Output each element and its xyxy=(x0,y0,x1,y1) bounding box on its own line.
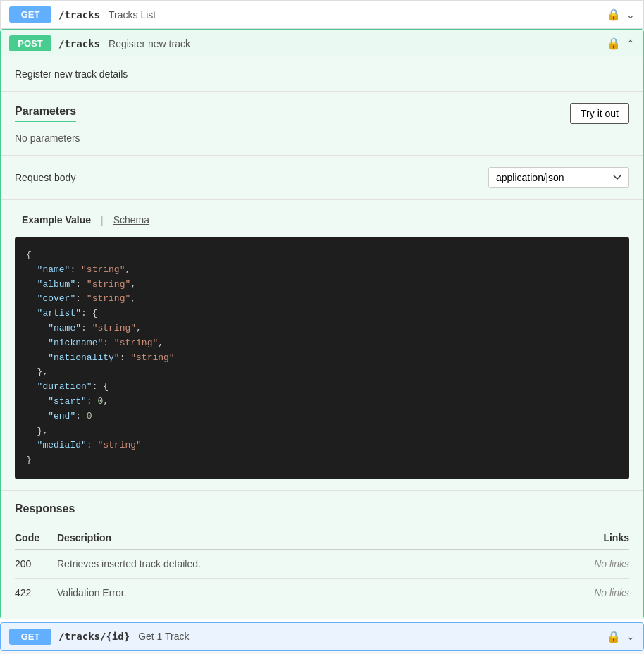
get-tracks-id-method-badge: GET xyxy=(9,629,51,645)
post-tracks-path: /tracks xyxy=(58,38,100,49)
code-block: { "name": "string", "album": "string", "… xyxy=(15,237,629,479)
get-tracks-id-icons: 🔒 ⌄ xyxy=(607,630,635,643)
post-section-content: Register new track details Parameters Tr… xyxy=(1,57,643,619)
post-method-badge: POST xyxy=(9,35,51,51)
example-tabs: Example Value | Schema xyxy=(15,211,629,228)
links-header: Links xyxy=(517,526,629,550)
example-value-tab[interactable]: Example Value xyxy=(15,211,98,228)
table-row: 422 Validation Error. No links xyxy=(15,578,629,607)
responses-title: Responses xyxy=(15,502,629,515)
table-row: 200 Retrieves inserted track detailed. N… xyxy=(15,549,629,578)
no-parameters-text: No parameters xyxy=(15,132,629,144)
lock-icon: 🔒 xyxy=(607,8,621,21)
request-body-header: Request body application/json xyxy=(15,167,629,188)
code-header: Code xyxy=(15,526,57,550)
example-section: Example Value | Schema { "name": "string… xyxy=(1,200,643,491)
post-chevron-up-icon: ⌃ xyxy=(626,38,635,49)
get-tracks-endpoint[interactable]: GET /tracks Tracks List 🔒 ⌄ xyxy=(0,0,644,29)
responses-table: Code Description Links 200 Retrieves ins… xyxy=(15,526,629,607)
api-container: GET /tracks Tracks List 🔒 ⌄ POST /tracks… xyxy=(0,0,644,651)
response-code-200: 200 xyxy=(15,549,57,578)
chevron-down-icon: ⌄ xyxy=(626,9,635,20)
response-links-200: No links xyxy=(517,549,629,578)
content-type-select[interactable]: application/json xyxy=(488,167,629,188)
request-body-section: Request body application/json xyxy=(1,156,643,200)
response-desc-422: Validation Error. xyxy=(57,578,517,607)
tab-separator: | xyxy=(98,211,106,228)
get-tracks-path: /tracks xyxy=(58,9,100,20)
get-tracks-id-lock-icon: 🔒 xyxy=(607,630,621,643)
parameters-section: Parameters Try it out No parameters xyxy=(1,92,643,156)
get-method-badge: GET xyxy=(9,6,51,23)
get-tracks-id-path: /tracks/{id} xyxy=(58,631,130,642)
post-tracks-section: POST /tracks Register new track 🔒 ⌃ Regi… xyxy=(0,29,644,619)
get-tracks-id-endpoint[interactable]: GET /tracks/{id} Get 1 Track 🔒 ⌄ xyxy=(0,622,644,651)
schema-tab[interactable]: Schema xyxy=(106,211,156,228)
post-tracks-icons: 🔒 ⌃ xyxy=(607,37,635,50)
get-tracks-desc: Tracks List xyxy=(109,9,156,20)
get-tracks-icons: 🔒 ⌄ xyxy=(607,8,635,21)
request-body-label: Request body xyxy=(15,172,75,183)
post-lock-icon: 🔒 xyxy=(607,37,621,50)
response-links-422: No links xyxy=(517,578,629,607)
description-header: Description xyxy=(57,526,517,550)
post-tracks-desc: Register new track xyxy=(109,38,190,49)
parameters-header: Parameters Try it out xyxy=(15,103,629,124)
get-tracks-id-desc: Get 1 Track xyxy=(138,631,189,642)
responses-section: Responses Code Description Links 200 Ret… xyxy=(1,491,643,619)
try-it-out-button[interactable]: Try it out xyxy=(570,103,629,124)
parameters-title: Parameters xyxy=(15,105,76,122)
section-description: Register new track details xyxy=(1,57,643,92)
get-tracks-id-chevron-down-icon: ⌄ xyxy=(626,631,635,642)
response-desc-200: Retrieves inserted track detailed. xyxy=(57,549,517,578)
post-tracks-header[interactable]: POST /tracks Register new track 🔒 ⌃ xyxy=(1,30,643,57)
response-code-422: 422 xyxy=(15,578,57,607)
